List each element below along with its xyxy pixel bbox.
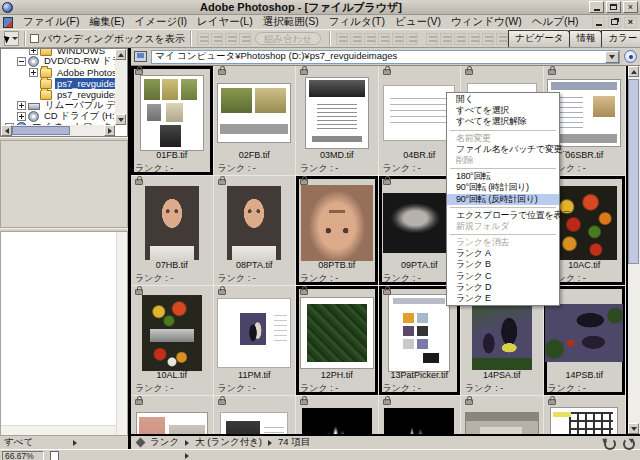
maximize-button[interactable] — [606, 1, 621, 13]
menu-item-8[interactable]: ウィンドウ(W) — [446, 15, 527, 29]
rotate-ccw-icon[interactable] — [602, 437, 615, 448]
move-tool-button[interactable] — [4, 31, 19, 46]
menu-item-5[interactable]: 選択範囲(S) — [258, 15, 324, 29]
palette-tab-2[interactable]: 情報 — [569, 30, 602, 47]
close-button[interactable]: × — [623, 1, 638, 13]
context-menu-item-20[interactable]: ランク D — [447, 282, 559, 293]
thumbnail-area — [131, 396, 213, 434]
thumbnail-image — [301, 298, 373, 368]
context-menu-item-11[interactable]: 90°回転 (反時計回り) — [447, 194, 559, 205]
up-one-level-button[interactable] — [624, 50, 637, 63]
scroll-left-arrow[interactable] — [1, 125, 12, 136]
view-by-field[interactable]: 大 (ランク付き) — [195, 436, 262, 449]
tree-horizontal-scrollbar[interactable] — [1, 125, 115, 136]
scrollbar-thumb[interactable] — [628, 79, 639, 264]
scroll-down-arrow[interactable] — [628, 423, 639, 434]
lock-icon — [135, 399, 143, 405]
plus-expand-icon[interactable] — [29, 48, 38, 55]
scroll-down-arrow[interactable] — [115, 114, 126, 125]
scroll-up-arrow[interactable] — [628, 66, 639, 77]
file-cell-01FB.tif[interactable]: 01FB.tifランク : - — [131, 66, 214, 176]
file-cell-19[interactable] — [131, 396, 214, 434]
photoshop-window: Adobe Photoshop - [ファイルブラウザ] × ファイル(F)編集… — [0, 0, 640, 460]
context-menu-item-21[interactable]: ランク E — [447, 293, 559, 304]
context-menu-item-17[interactable]: ランク A — [447, 248, 559, 259]
menu-item-1[interactable]: ファイル(F) — [18, 15, 84, 29]
context-menu-item-2[interactable]: すべてを選択 — [447, 105, 559, 116]
child-restore-button[interactable] — [608, 17, 621, 28]
menu-item-4[interactable]: レイヤー(L) — [192, 15, 258, 29]
child-minimize-button[interactable] — [592, 17, 605, 28]
metadata-filter[interactable]: すべて — [4, 436, 33, 449]
lock-icon — [135, 289, 143, 295]
child-minimize-icon — [596, 24, 602, 26]
location-dropdown-arrow[interactable] — [605, 51, 619, 63]
file-cell-03MD.tif[interactable]: 03MD.tifランク : - — [296, 66, 379, 176]
file-cell-08PTB.tif[interactable]: 08PTB.tifランク : - — [296, 176, 379, 286]
menu-item-7[interactable]: ビュー(V) — [390, 15, 446, 29]
tree-vertical-scrollbar[interactable] — [115, 49, 127, 125]
plus-expand-icon[interactable] — [17, 101, 26, 110]
rotate-cw-icon[interactable] — [621, 437, 634, 448]
menu-item-2[interactable]: 編集(E) — [84, 15, 129, 29]
context-menu-item-1[interactable]: 開く — [447, 94, 559, 105]
tree-item-2[interactable]: DVD/CD-RW ドライブ — [2, 56, 115, 67]
selection-mode-icons — [196, 33, 252, 45]
view-popup-arrow[interactable] — [268, 440, 272, 446]
context-menu-item-3[interactable]: すべてを選択解除 — [447, 116, 559, 127]
location-combobox[interactable]: マイ コンピュータ¥Photoshop (D:)¥ps7_revguideima… — [151, 50, 620, 64]
rank-label: ランク : - — [379, 162, 421, 175]
file-cell-22[interactable] — [379, 396, 462, 434]
file-cell-12PH.tif[interactable]: 12PH.tifランク : - — [296, 286, 379, 396]
plus-expand-icon[interactable] — [17, 112, 26, 121]
file-cell-20[interactable] — [214, 396, 297, 434]
file-cell-08PTA.tif[interactable]: 08PTA.tifランク : - — [214, 176, 297, 286]
show-bounding-box-checkbox[interactable]: バウンディングボックスを表示 — [30, 32, 185, 46]
sort-popup-arrow[interactable] — [185, 440, 189, 446]
file-cell-23[interactable] — [461, 396, 544, 434]
file-cell-10AL.tif[interactable]: 10AL.tifランク : - — [131, 286, 214, 396]
rank-label: ランク : - — [214, 382, 256, 395]
status-menu-arrow[interactable] — [185, 453, 189, 459]
file-cell-07HB.tif[interactable]: 07HB.tifランク : - — [131, 176, 214, 286]
scroll-up-arrow[interactable] — [115, 49, 126, 60]
context-menu-item-6[interactable]: ファイル名をバッチで変更... — [447, 144, 559, 155]
child-close-button[interactable]: × — [624, 17, 637, 28]
context-menu-item-9[interactable]: 180°回転 — [447, 171, 559, 182]
grid-scrollbar[interactable] — [628, 66, 640, 434]
metadata-vertical-scrollbar[interactable] — [116, 232, 127, 435]
metadata-horizontal-scrollbar[interactable] — [1, 425, 116, 435]
tree-item-4[interactable]: ps7_revguideimag — [2, 78, 115, 89]
plus-expand-icon[interactable] — [29, 68, 38, 77]
scrollbar-thumb[interactable] — [12, 126, 70, 135]
menu-item-9[interactable]: ヘルプ(H) — [527, 15, 584, 29]
file-cell-02FB.tif[interactable]: 02FB.tifランク : - — [214, 66, 297, 176]
minus-expand-icon[interactable] — [17, 57, 26, 66]
child-restore-icon — [611, 19, 618, 25]
subtract-selection-icon — [225, 33, 237, 45]
folder-icon — [40, 90, 52, 100]
minimize-button[interactable] — [589, 1, 604, 13]
file-cell-21[interactable] — [296, 396, 379, 434]
tree-item-3[interactable]: Adobe Photoshop — [2, 67, 115, 78]
thumbnail-area — [296, 66, 378, 150]
align-left-icon — [378, 33, 390, 45]
context-menu-item-18[interactable]: ランク B — [447, 259, 559, 270]
divider — [329, 31, 330, 46]
palette-tab-3[interactable]: カラー — [601, 30, 640, 47]
palette-tab-1[interactable]: ナビゲータ — [508, 30, 570, 47]
filter-popup-arrow[interactable] — [73, 440, 77, 446]
menu-item-6[interactable]: フィルタ(T) — [324, 15, 390, 29]
thumbnail-image — [218, 299, 290, 367]
menu-item-3[interactable]: イメージ(I) — [129, 15, 192, 29]
title-bar: Adobe Photoshop - [ファイルブラウザ] × — [0, 0, 640, 15]
sort-by-field[interactable]: ランク — [150, 436, 179, 449]
context-menu-item-13[interactable]: エクスプローラで位置を表示 — [447, 210, 559, 221]
context-menu-item-10[interactable]: 90°回転 (時計回り) — [447, 182, 559, 193]
scroll-right-arrow[interactable] — [104, 125, 115, 136]
file-cell-24[interactable] — [544, 396, 627, 434]
file-cell-11PM.tif[interactable]: 11PM.tifランク : - — [214, 286, 297, 396]
zoom-level[interactable]: 66.67% — [2, 451, 44, 460]
context-menu-item-19[interactable]: ランク C — [447, 271, 559, 282]
file-name: 13PatPicker.tif — [390, 370, 448, 382]
